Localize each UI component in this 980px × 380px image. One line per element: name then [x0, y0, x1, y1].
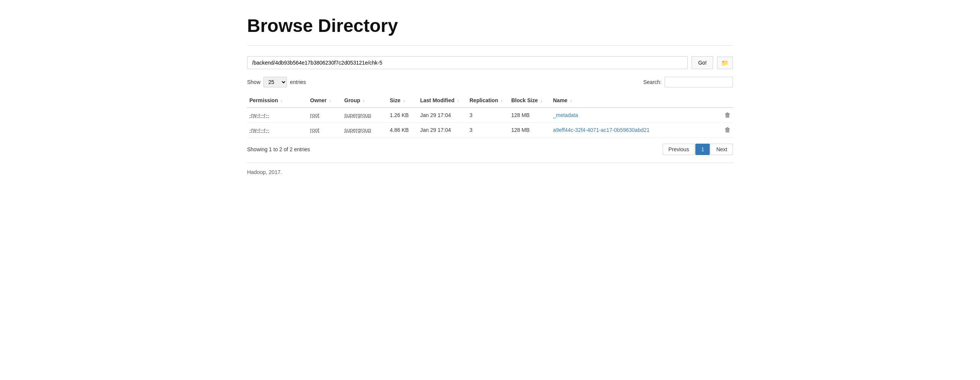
footer-divider	[247, 163, 733, 163]
link-permission[interactable]: -rw-r--r--	[249, 127, 269, 133]
name-link[interactable]: a9eff44c-32f4-4071-ac17-0b59630abd21	[553, 127, 649, 133]
col-replication: Replication ↕	[467, 94, 509, 107]
cell-block_size: 128 MB	[509, 107, 551, 123]
page-title: Browse Directory	[247, 15, 733, 36]
cell-permission[interactable]: -rw-r--r--	[247, 123, 308, 137]
search-input[interactable]	[665, 77, 733, 88]
pagination-controls: Previous 1 Next	[663, 144, 733, 155]
cell-owner[interactable]: root	[308, 123, 342, 137]
sort-icon-permission[interactable]: ↕	[280, 99, 282, 103]
cell-size: 1.26 KB	[388, 107, 418, 123]
cell-last_modified: Jan 29 17:04	[418, 123, 467, 137]
cell-name[interactable]: a9eff44c-32f4-4071-ac17-0b59630abd21	[551, 123, 718, 137]
sort-icon-blocksize[interactable]: ↕	[541, 99, 542, 103]
link-owner[interactable]: root	[310, 112, 319, 118]
col-permission: Permission ↕	[247, 94, 308, 107]
cell-group[interactable]: supergroup	[342, 107, 388, 123]
link-permission[interactable]: -rw-r--r--	[249, 112, 269, 118]
delete-icon[interactable]: 🗑	[725, 112, 731, 118]
title-divider	[247, 45, 733, 46]
cell-last_modified: Jan 29 17:04	[418, 107, 467, 123]
link-group[interactable]: supergroup	[344, 112, 371, 118]
showing-text: Showing 1 to 2 of 2 entries	[247, 146, 310, 152]
cell-replication: 3	[467, 107, 509, 123]
name-link[interactable]: _metadata	[553, 112, 578, 118]
link-owner[interactable]: root	[310, 127, 319, 133]
col-name: Name ↕	[551, 94, 718, 107]
link-group[interactable]: supergroup	[344, 127, 371, 133]
cell-name[interactable]: _metadata	[551, 107, 718, 123]
previous-button[interactable]: Previous	[663, 144, 695, 155]
col-block-size: Block Size ↕	[509, 94, 551, 107]
cell-size: 4.86 KB	[388, 123, 418, 137]
col-group: Group ↕	[342, 94, 388, 107]
cell-replication: 3	[467, 123, 509, 137]
path-row: Go! 📁	[247, 56, 733, 69]
go-button[interactable]: Go!	[692, 56, 713, 69]
col-action	[718, 94, 733, 107]
table-row: -rw-r--r--rootsupergroup4.86 KBJan 29 17…	[247, 123, 733, 137]
show-label: Show	[247, 79, 260, 85]
path-input[interactable]	[247, 56, 688, 69]
sort-icon-modified[interactable]: ↕	[457, 99, 459, 103]
folder-icon: 📁	[721, 60, 729, 66]
entries-select[interactable]: 10 25 50 100	[263, 77, 287, 88]
cell-owner[interactable]: root	[308, 107, 342, 123]
sort-icon-size[interactable]: ↕	[403, 99, 405, 103]
col-size: Size ↕	[388, 94, 418, 107]
sort-icon-name[interactable]: ↕	[570, 99, 572, 103]
page-1-button[interactable]: 1	[695, 144, 710, 155]
col-owner: Owner ↕	[308, 94, 342, 107]
cell-block_size: 128 MB	[509, 123, 551, 137]
cell-group[interactable]: supergroup	[342, 123, 388, 137]
search-label: Search:	[643, 79, 662, 85]
pagination-row: Showing 1 to 2 of 2 entries Previous 1 N…	[247, 144, 733, 155]
search-box: Search:	[643, 77, 733, 88]
col-last-modified: Last Modified ↕	[418, 94, 467, 107]
sort-icon-owner[interactable]: ↕	[329, 99, 331, 103]
sort-icon-replication[interactable]: ↕	[501, 99, 503, 103]
cell-permission[interactable]: -rw-r--r--	[247, 107, 308, 123]
cell-delete[interactable]: 🗑	[718, 107, 733, 123]
table-header-row: Permission ↕ Owner ↕ Group ↕ Size ↕ Last…	[247, 94, 733, 107]
cell-delete[interactable]: 🗑	[718, 123, 733, 137]
folder-button[interactable]: 📁	[717, 57, 733, 69]
entries-label: entries	[290, 79, 306, 85]
show-entries-group: Show 10 25 50 100 entries	[247, 77, 306, 88]
next-button[interactable]: Next	[711, 144, 733, 155]
table-row: -rw-r--r--rootsupergroup1.26 KBJan 29 17…	[247, 107, 733, 123]
footer-text: Hadoop, 2017.	[247, 169, 733, 175]
delete-icon[interactable]: 🗑	[725, 126, 731, 133]
directory-table: Permission ↕ Owner ↕ Group ↕ Size ↕ Last…	[247, 94, 733, 137]
controls-row: Show 10 25 50 100 entries Search:	[247, 77, 733, 88]
sort-icon-group[interactable]: ↕	[363, 99, 365, 103]
